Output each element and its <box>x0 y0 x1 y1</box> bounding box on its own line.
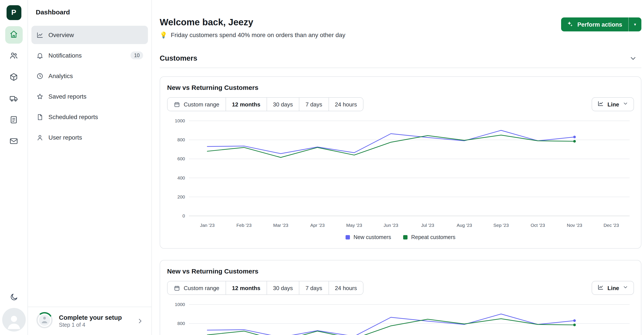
sidebar-item-label: Saved reports <box>48 93 86 100</box>
date-range-control: Custom range 12 months 30 days 7 days 24… <box>167 281 364 295</box>
chart-type-select[interactable]: Line <box>592 97 634 111</box>
insight-tip-text: Friday customers spend 40% more on order… <box>171 32 345 38</box>
svg-text:Nov '23: Nov '23 <box>567 223 582 228</box>
range-label: Custom range <box>184 284 219 291</box>
chevron-down-icon[interactable] <box>629 54 637 62</box>
perform-actions-button[interactable]: Perform actions <box>561 18 628 32</box>
sidebar-item-label: Overview <box>48 32 74 38</box>
range-30-days[interactable]: 30 days <box>267 281 299 294</box>
sidebar-item-notifications[interactable]: Notifications 10 <box>32 46 148 64</box>
app-window: P <box>0 0 644 335</box>
chart-type-select[interactable]: Line <box>592 281 634 295</box>
legend-label: Repeat customers <box>411 234 456 240</box>
rail-item-reports[interactable] <box>5 112 22 129</box>
range-label: 7 days <box>306 101 322 108</box>
svg-text:Oct '23: Oct '23 <box>530 223 545 228</box>
range-label: 7 days <box>306 284 322 291</box>
rail-item-messages[interactable] <box>5 133 22 150</box>
range-12-months[interactable]: 12 months <box>226 98 267 111</box>
star-icon <box>36 93 44 100</box>
legend-label: New customers <box>354 234 391 240</box>
file-icon <box>36 113 44 120</box>
rail-nav <box>5 26 22 150</box>
sidebar-item-saved-reports[interactable]: Saved reports <box>32 87 148 106</box>
svg-text:800: 800 <box>177 138 185 142</box>
sidebar: Dashboard Overview Notifications 10 Anal… <box>28 0 152 335</box>
svg-text:Jun '23: Jun '23 <box>384 223 398 228</box>
sidebar-item-analytics[interactable]: Analytics <box>32 67 148 85</box>
sidebar-item-label: Analytics <box>48 72 73 80</box>
range-custom[interactable]: Custom range <box>168 281 226 294</box>
rail-bottom <box>0 292 28 332</box>
chart-line-icon <box>598 284 604 292</box>
range-24-hours[interactable]: 24 hours <box>329 98 363 111</box>
line-chart: 02004006008001000Jan '23Feb '23Mar '23Ap… <box>167 116 636 232</box>
rail-item-home[interactable] <box>5 26 22 44</box>
app-logo[interactable]: P <box>6 5 21 20</box>
moon-icon <box>10 296 18 302</box>
range-label: 24 hours <box>335 101 357 108</box>
chart-line-icon <box>598 100 604 108</box>
range-30-days[interactable]: 30 days <box>267 98 299 111</box>
setup-progress-card[interactable]: Complete your setup Step 1 of 4 <box>28 307 152 335</box>
svg-text:Jan '23: Jan '23 <box>200 223 215 228</box>
range-custom[interactable]: Custom range <box>168 98 226 111</box>
page-header: Welcome back, Jeezy 💡 Friday customers s… <box>160 16 642 38</box>
chart-card: New vs Returning Customers Custom range … <box>160 260 642 335</box>
svg-text:Mar '23: Mar '23 <box>273 223 288 228</box>
calendar-icon <box>174 101 180 108</box>
perform-actions-label: Perform actions <box>577 21 622 28</box>
range-label: 12 months <box>232 284 260 291</box>
sidebar-item-user-reports[interactable]: User reports <box>32 128 148 146</box>
dark-mode-toggle[interactable] <box>8 292 19 303</box>
sidebar-item-scheduled-reports[interactable]: Scheduled reports <box>32 108 148 126</box>
user-avatar[interactable] <box>2 308 26 332</box>
legend-item-new-customers: New customers <box>346 234 391 240</box>
sidebar-nav: Overview Notifications 10 Analytics Save… <box>28 26 152 146</box>
chevron-down-icon <box>622 284 628 292</box>
bell-icon <box>36 52 44 59</box>
perform-actions-dropdown[interactable]: ▼ <box>628 18 642 32</box>
chevron-right-icon <box>136 318 144 324</box>
sidebar-item-label: Scheduled reports <box>48 114 98 120</box>
svg-text:Aug '23: Aug '23 <box>456 223 472 228</box>
line-chart: 02004006008001000Jan '23Feb '23Mar '23Ap… <box>167 299 636 335</box>
svg-text:400: 400 <box>177 175 185 180</box>
range-label: 12 months <box>232 101 260 108</box>
section-title: Customers <box>160 54 197 62</box>
svg-text:Apr '23: Apr '23 <box>310 223 324 228</box>
clock-icon <box>36 72 44 80</box>
sidebar-item-overview[interactable]: Overview <box>32 26 148 44</box>
setup-title: Complete your setup <box>59 314 122 321</box>
date-range-control: Custom range 12 months 30 days 7 days 24… <box>167 97 364 111</box>
lightbulb-emoji: 💡 <box>160 32 167 38</box>
range-24-hours[interactable]: 24 hours <box>329 281 363 294</box>
users-icon <box>9 51 18 62</box>
rail-item-products[interactable] <box>5 69 22 86</box>
chart-line-icon <box>36 31 44 38</box>
setup-step: Step 1 of 4 <box>59 322 122 328</box>
card-controls: Custom range 12 months 30 days 7 days 24… <box>167 97 634 111</box>
svg-text:800: 800 <box>177 321 185 326</box>
card-controls: Custom range 12 months 30 days 7 days 24… <box>167 281 634 295</box>
card-title: New vs Returning Customers <box>167 84 634 91</box>
legend-swatch <box>346 235 350 240</box>
card-title: New vs Returning Customers <box>167 268 634 275</box>
range-7-days[interactable]: 7 days <box>299 281 329 294</box>
range-label: 24 hours <box>335 284 357 291</box>
rail-item-customers[interactable] <box>5 48 22 65</box>
svg-text:Jul '23: Jul '23 <box>421 223 434 228</box>
sidebar-title: Dashboard <box>28 0 152 16</box>
chart-card: New vs Returning Customers Custom range … <box>160 76 642 249</box>
customers-section-header[interactable]: Customers <box>160 54 642 68</box>
range-12-months[interactable]: 12 months <box>226 281 267 294</box>
rail-item-shipping[interactable] <box>5 90 22 108</box>
sidebar-item-label: User reports <box>48 134 82 141</box>
svg-text:Feb '23: Feb '23 <box>236 223 252 228</box>
range-7-days[interactable]: 7 days <box>299 98 329 111</box>
home-icon <box>9 30 18 40</box>
legend-swatch <box>403 235 408 240</box>
svg-text:1000: 1000 <box>175 302 185 307</box>
mail-icon <box>9 136 18 147</box>
chart-legend: New customers Repeat customers <box>167 234 634 241</box>
